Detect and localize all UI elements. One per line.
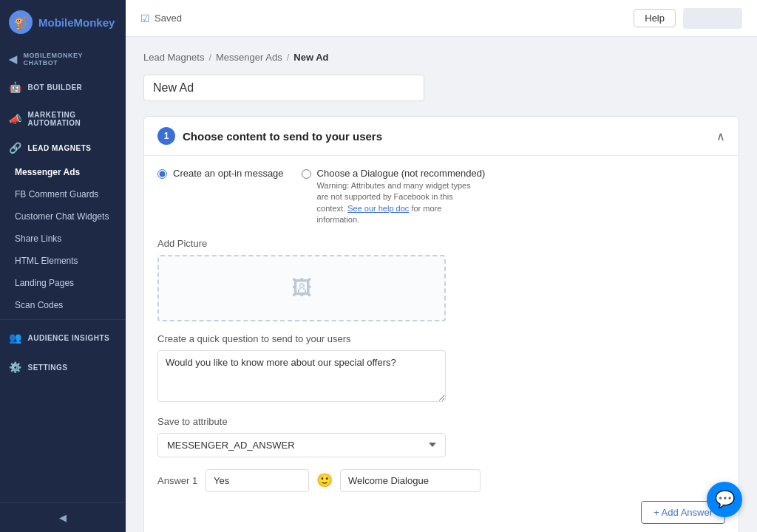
sidebar-divider-1 — [0, 319, 126, 320]
radio-dialogue-input[interactable] — [302, 169, 311, 179]
saved-status: ☑ Saved — [140, 13, 182, 24]
sidebar-item-share-links[interactable]: Share Links — [0, 228, 126, 250]
breadcrumb: Lead Magnets / Messenger Ads / New Ad — [143, 52, 739, 63]
sidebar-item-html-elements[interactable]: HTML Elements — [0, 250, 126, 272]
sidebar-collapse-btn[interactable]: ◀ — [0, 502, 126, 532]
sidebar: 🐒 MobileMonkey ◀ MOBILEMONKEY CHATBOT 🤖 … — [0, 0, 126, 532]
add-picture-label: Add Picture — [157, 238, 725, 249]
main-area: ☑ Saved Help Lead Magnets / Messenger Ad… — [126, 0, 757, 532]
messenger-fab[interactable]: 💬 — [707, 482, 742, 517]
save-attr-label: Save to attribute — [157, 416, 725, 427]
bot-builder-icon: 🤖 — [9, 81, 22, 93]
sidebar-marketing-automation[interactable]: 📣 MARKETING AUTOMATION — [0, 103, 126, 134]
help-doc-link[interactable]: See our help doc — [347, 204, 409, 213]
dialogue-input[interactable] — [340, 469, 481, 492]
content-area: Lead Magnets / Messenger Ads / New Ad 1 … — [126, 37, 757, 532]
section-1-card: 1 Choose content to send to your users ∧… — [143, 116, 739, 532]
lead-magnets-icon: 🔗 — [9, 142, 22, 154]
breadcrumb-messenger-ads[interactable]: Messenger Ads — [216, 52, 282, 63]
breadcrumb-lead-magnets[interactable]: Lead Magnets — [143, 52, 204, 63]
sidebar-chatbot-header[interactable]: ◀ MOBILEMONKEY CHATBOT — [0, 44, 126, 71]
radio-opt-in: Create an opt-in message — [157, 168, 284, 226]
topbar-right: Help — [634, 8, 742, 29]
messenger-fab-icon: 💬 — [715, 490, 735, 509]
settings-icon: ⚙️ — [9, 361, 22, 373]
answer-row-1: Answer 1 🙂 — [157, 469, 725, 492]
radio-dialogue: Choose a Dialogue (not recommended) Warn… — [302, 168, 486, 226]
sidebar-item-messenger-ads[interactable]: Messenger Ads — [0, 161, 126, 183]
chatbot-icon: ◀ — [9, 53, 18, 65]
breadcrumb-sep2: / — [287, 52, 290, 63]
quick-question-label: Create a quick question to send to your … — [157, 333, 725, 344]
picture-dropzone[interactable]: 🖼 — [157, 255, 446, 321]
topbar: ☑ Saved Help — [126, 0, 757, 37]
marketing-icon: 📣 — [9, 113, 22, 125]
breadcrumb-sep1: / — [208, 52, 211, 63]
help-button[interactable]: Help — [634, 9, 676, 27]
section-1-title: Choose content to send to your users — [183, 130, 382, 143]
radio-opt-in-input[interactable] — [157, 169, 167, 179]
section-1-collapse-btn[interactable]: ∧ — [716, 129, 725, 143]
logo-icon: 🐒 — [9, 10, 33, 34]
sidebar-lead-magnets[interactable]: 🔗 LEAD MAGNETS — [0, 134, 126, 161]
attr-select[interactable]: MESSENGER_AD_ANSWER — [157, 433, 446, 457]
audience-icon: 👥 — [9, 332, 22, 344]
collapse-icon: ◀ — [59, 512, 67, 523]
user-box — [683, 8, 742, 29]
sidebar-item-scan-codes[interactable]: Scan Codes — [0, 294, 126, 316]
section-1-body: Create an opt-in message Choose a Dialog… — [144, 156, 739, 532]
answer-1-label: Answer 1 — [157, 475, 198, 486]
quick-question-textarea[interactable]: Would you like to know more about our sp… — [157, 350, 446, 402]
radio-options: Create an opt-in message Choose a Dialog… — [157, 168, 725, 226]
radio-dialogue-warning: Warning: Attributes and many widget type… — [317, 180, 480, 226]
radio-dialogue-label: Choose a Dialogue (not recommended) — [317, 168, 486, 179]
sidebar-item-fb-comment-guards[interactable]: FB Comment Guards — [0, 183, 126, 205]
logo-text: MobileMonkey — [38, 16, 115, 29]
emoji-button[interactable]: 🙂 — [316, 472, 333, 488]
sidebar-item-customer-chat[interactable]: Customer Chat Widgets — [0, 205, 126, 228]
sidebar-item-landing-pages[interactable]: Landing Pages — [0, 272, 126, 294]
sidebar-settings[interactable]: ⚙️ SETTINGS — [0, 354, 126, 381]
sidebar-audience-insights[interactable]: 👥 AUDIENCE INSIGHTS — [0, 324, 126, 351]
sidebar-bot-builder[interactable]: 🤖 BOT BUILDER — [0, 74, 126, 100]
section-1-number: 1 — [157, 127, 175, 145]
ad-title-input[interactable] — [143, 75, 424, 101]
saved-check-icon: ☑ — [140, 13, 150, 24]
breadcrumb-current: New Ad — [293, 52, 328, 63]
radio-opt-in-label: Create an opt-in message — [173, 168, 284, 179]
section-1-header: 1 Choose content to send to your users ∧ — [144, 117, 739, 156]
section-1-header-left: 1 Choose content to send to your users — [157, 127, 382, 145]
picture-placeholder-icon: 🖼 — [291, 276, 312, 300]
sidebar-logo[interactable]: 🐒 MobileMonkey — [0, 0, 126, 44]
answer-1-input[interactable] — [206, 469, 309, 492]
add-answer-row: + Add Answer — [157, 501, 725, 524]
